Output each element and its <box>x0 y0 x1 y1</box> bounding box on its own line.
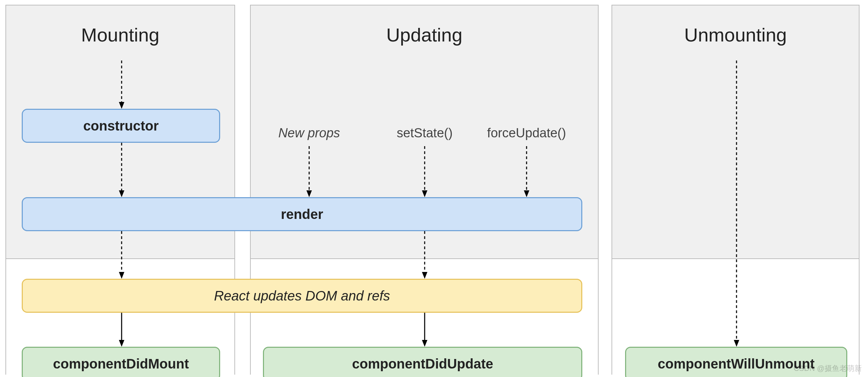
box-constructor: constructor <box>22 109 220 143</box>
box-component-did-mount: componentDidMount <box>22 347 220 377</box>
trigger-force-update: forceUpdate() <box>476 126 578 140</box>
box-component-did-update: componentDidUpdate <box>263 347 582 377</box>
box-react-updates-dom: React updates DOM and refs <box>22 279 582 313</box>
lifecycle-diagram: Mounting Updating Unmounting New props s… <box>0 0 868 377</box>
title-updating: Updating <box>250 24 599 46</box>
title-unmounting: Unmounting <box>612 24 860 46</box>
trigger-new-props: New props <box>258 126 360 140</box>
trigger-set-state: setState() <box>374 126 476 140</box>
title-mounting: Mounting <box>5 24 235 46</box>
watermark: CSDN @摄鱼老萌新 <box>794 363 862 374</box>
box-render: render <box>22 197 582 231</box>
